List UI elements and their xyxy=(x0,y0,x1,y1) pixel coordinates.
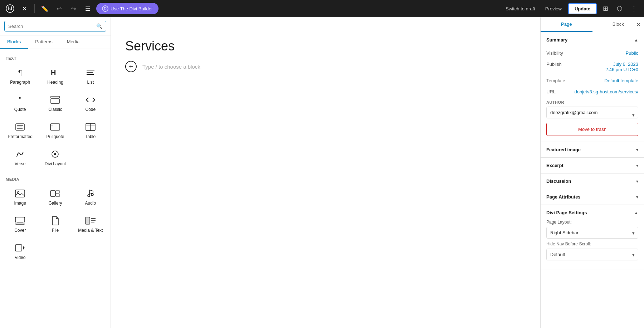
tools-button[interactable]: ⬡ xyxy=(614,3,625,14)
url-value[interactable]: donjetv3.sg-host.com/services/ xyxy=(575,89,638,94)
video-icon xyxy=(14,244,26,252)
tab-page[interactable]: Page xyxy=(541,17,592,32)
template-value[interactable]: Default template xyxy=(604,78,638,83)
block-classic[interactable]: Classic xyxy=(38,90,72,117)
update-button[interactable]: Update xyxy=(568,3,597,14)
block-audio[interactable]: Audio xyxy=(73,184,108,211)
featured-image-title: Featured image xyxy=(546,147,581,152)
tab-patterns[interactable]: Patterns xyxy=(28,35,59,49)
block-image-label: Image xyxy=(14,201,26,206)
table-icon xyxy=(85,123,96,131)
media-blocks-grid: Image Gallery Audio xyxy=(0,183,111,266)
summary-chevron-icon: ▲ xyxy=(634,38,638,43)
placeholder-text: Type / to choose a block xyxy=(142,64,200,70)
divi-settings-body: Page Layout: Right Sidebar Left Sidebar … xyxy=(541,220,644,269)
author-select-wrap: deezgrafix@gmail.com xyxy=(546,107,638,123)
divi-builder-button[interactable]: D Use The Divi Builder xyxy=(96,3,158,14)
move-to-trash-button[interactable]: Move to trash xyxy=(546,123,638,136)
block-gallery-label: Gallery xyxy=(48,201,62,206)
options-button[interactable]: ⋮ xyxy=(628,3,640,14)
hide-nav-label: Hide Nav Before Scroll: xyxy=(546,241,638,246)
author-select[interactable]: deezgrafix@gmail.com xyxy=(546,107,638,118)
right-tabs: Page Block ✕ xyxy=(541,17,644,32)
svg-text:H: H xyxy=(51,69,56,77)
discussion-chevron-icon: ▾ xyxy=(636,179,638,184)
media-section-label: MEDIA xyxy=(0,173,111,183)
featured-image-header[interactable]: Featured image ▾ xyxy=(541,142,644,157)
list-icon xyxy=(85,68,96,77)
paragraph-icon: ¶ xyxy=(14,68,26,77)
close-button[interactable]: ✕ xyxy=(19,3,30,14)
add-block-button[interactable]: + xyxy=(125,61,137,72)
divi-settings-header[interactable]: Divi Page Settings ▲ xyxy=(541,205,644,217)
block-paragraph[interactable]: ¶ Paragraph xyxy=(3,63,37,90)
main-layout: 🔍 Blocks Patterns Media TEXT ¶ Paragraph… xyxy=(0,17,644,328)
page-layout-select-wrap: Right Sidebar Left Sidebar Full Width No… xyxy=(546,227,638,239)
block-cover[interactable]: Cover xyxy=(3,211,37,238)
url-row: URL donjetv3.sg-host.com/services/ xyxy=(546,86,638,97)
tab-media[interactable]: Media xyxy=(60,35,87,49)
block-quote-label: Quote xyxy=(14,107,26,112)
svg-text:": " xyxy=(52,124,53,130)
text-blocks-grid: ¶ Paragraph H Heading List " xyxy=(0,62,111,173)
page-attributes-chevron-icon: ▾ xyxy=(636,195,638,200)
divi-settings-panel: Divi Page Settings ▲ Page Layout: Right … xyxy=(541,205,644,269)
excerpt-title: Excerpt xyxy=(546,163,564,168)
summary-panel-header[interactable]: Summary ▲ xyxy=(541,32,644,48)
block-table[interactable]: Table xyxy=(73,118,108,144)
featured-image-chevron-icon: ▾ xyxy=(636,147,638,152)
block-divi-layout[interactable]: Divi Layout xyxy=(38,145,72,171)
block-quote[interactable]: " Quote xyxy=(3,90,37,117)
svg-marker-32 xyxy=(23,246,25,250)
block-verse[interactable]: Verse xyxy=(3,145,37,171)
text-section-label: TEXT xyxy=(0,52,111,62)
wp-logo[interactable] xyxy=(4,3,16,14)
block-paragraph-label: Paragraph xyxy=(10,80,30,85)
search-box: 🔍 xyxy=(0,17,111,35)
classic-icon xyxy=(49,96,61,104)
block-heading[interactable]: H Heading xyxy=(38,63,72,90)
block-list[interactable]: List xyxy=(73,63,108,90)
template-row: Template Default template xyxy=(546,75,638,86)
block-video[interactable]: Video xyxy=(3,239,37,265)
page-title[interactable]: Services xyxy=(125,39,526,54)
editor-content: Services + Type / to choose a block xyxy=(111,17,540,328)
visibility-label: Visibility xyxy=(546,50,563,56)
list-view-button[interactable]: ☰ xyxy=(82,3,93,14)
block-table-label: Table xyxy=(85,134,96,139)
publish-label: Publish xyxy=(546,62,562,67)
page-attributes-header[interactable]: Page Attributes ▾ xyxy=(541,189,644,205)
block-gallery[interactable]: Gallery xyxy=(38,184,72,211)
edit-icon-button[interactable]: ✏️ xyxy=(39,3,50,14)
quote-icon: " xyxy=(14,96,26,104)
media-text-icon xyxy=(85,216,96,225)
page-layout-select[interactable]: Right Sidebar Left Sidebar Full Width No… xyxy=(546,227,638,239)
tab-blocks[interactable]: Blocks xyxy=(0,35,28,49)
discussion-header[interactable]: Discussion ▾ xyxy=(541,173,644,189)
summary-panel-body: Visibility Public Publish July 6, 2023 2… xyxy=(541,48,644,142)
hide-nav-select[interactable]: Default Yes No xyxy=(546,249,638,260)
switch-draft-button[interactable]: Switch to draft xyxy=(502,4,538,14)
block-file-label: File xyxy=(52,228,59,233)
topbar-right: Switch to draft Preview Update ⊞ ⬡ ⋮ xyxy=(502,3,640,14)
settings-view-button[interactable]: ⊞ xyxy=(600,3,611,14)
discussion-title: Discussion xyxy=(546,178,571,184)
block-preformatted[interactable]: Preformatted xyxy=(3,118,37,144)
block-file[interactable]: File xyxy=(38,211,72,238)
page-attributes-title: Page Attributes xyxy=(546,194,581,200)
search-input[interactable] xyxy=(8,24,93,29)
redo-button[interactable]: ↪ xyxy=(68,3,79,14)
block-image[interactable]: Image xyxy=(3,184,37,211)
publish-value[interactable]: July 6, 2023 2:46 pm UTC+0 xyxy=(605,62,638,72)
right-sidebar-close-button[interactable]: ✕ xyxy=(636,21,641,29)
cover-icon xyxy=(14,216,26,225)
excerpt-header[interactable]: Excerpt ▾ xyxy=(541,158,644,173)
undo-button[interactable]: ↩ xyxy=(53,3,65,14)
visibility-value[interactable]: Public xyxy=(626,50,638,56)
preview-button[interactable]: Preview xyxy=(542,4,565,14)
block-pullquote[interactable]: " Pullquote xyxy=(38,118,72,144)
block-media-text[interactable]: Media & Text xyxy=(73,211,108,238)
divi-layout-icon xyxy=(49,150,61,158)
svg-rect-5 xyxy=(51,99,59,103)
block-code[interactable]: Code xyxy=(73,90,108,117)
